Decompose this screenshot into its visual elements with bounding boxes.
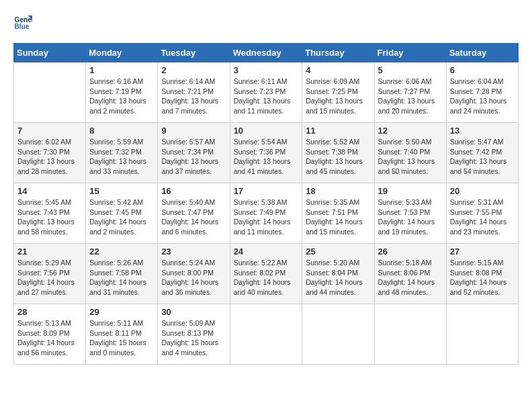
day-number: 4: [306, 65, 370, 75]
header-sunday: Sunday: [14, 44, 86, 62]
day-info: Sunrise: 5:09 AMSunset: 8:13 PMDaylight:…: [161, 318, 226, 358]
day-number: 30: [161, 307, 226, 317]
header-saturday: Saturday: [446, 44, 518, 62]
day-number: 8: [89, 126, 154, 136]
day-info: Sunrise: 5:18 AMSunset: 8:06 PMDaylight:…: [378, 258, 443, 298]
calendar-cell: 2Sunrise: 6:14 AMSunset: 7:21 PMDaylight…: [158, 62, 230, 123]
calendar-cell: 17Sunrise: 5:38 AMSunset: 7:49 PMDayligh…: [230, 183, 302, 244]
calendar-week-row: 1Sunrise: 6:16 AMSunset: 7:19 PMDaylight…: [14, 62, 519, 123]
day-info: Sunrise: 5:11 AMSunset: 8:11 PMDaylight:…: [89, 318, 154, 358]
calendar-cell: [302, 304, 374, 365]
calendar-week-row: 7Sunrise: 6:02 AMSunset: 7:30 PMDaylight…: [14, 123, 519, 183]
day-number: 17: [234, 186, 299, 196]
day-info: Sunrise: 5:24 AMSunset: 8:00 PMDaylight:…: [161, 258, 226, 298]
calendar-cell: [230, 304, 302, 365]
day-number: 20: [450, 186, 515, 196]
calendar-cell: 28Sunrise: 5:13 AMSunset: 8:09 PMDayligh…: [14, 304, 86, 365]
header-thursday: Thursday: [302, 44, 374, 62]
calendar-cell: 21Sunrise: 5:29 AMSunset: 7:56 PMDayligh…: [14, 244, 86, 304]
calendar-cell: [374, 304, 446, 365]
day-number: 25: [306, 246, 370, 257]
day-number: 27: [450, 246, 515, 257]
calendar-cell: 8Sunrise: 5:59 AMSunset: 7:32 PMDaylight…: [86, 123, 158, 183]
calendar-cell: 9Sunrise: 5:57 AMSunset: 7:34 PMDaylight…: [158, 123, 230, 183]
calendar-cell: 18Sunrise: 5:35 AMSunset: 7:51 PMDayligh…: [302, 183, 374, 244]
calendar-cell: 10Sunrise: 5:54 AMSunset: 7:36 PMDayligh…: [230, 123, 302, 183]
day-number: 24: [234, 246, 299, 257]
day-number: 3: [234, 65, 299, 75]
calendar-week-row: 14Sunrise: 5:45 AMSunset: 7:43 PMDayligh…: [14, 183, 519, 244]
day-info: Sunrise: 5:29 AMSunset: 7:56 PMDaylight:…: [17, 258, 82, 298]
day-info: Sunrise: 5:45 AMSunset: 7:43 PMDaylight:…: [17, 197, 82, 237]
calendar-cell: 25Sunrise: 5:20 AMSunset: 8:04 PMDayligh…: [302, 244, 374, 304]
header-monday: Monday: [86, 44, 158, 62]
calendar-cell: 6Sunrise: 6:04 AMSunset: 7:28 PMDaylight…: [446, 62, 518, 123]
day-number: 5: [378, 65, 443, 75]
calendar-cell: 12Sunrise: 5:50 AMSunset: 7:40 PMDayligh…: [374, 123, 446, 183]
day-number: 1: [89, 65, 154, 75]
day-info: Sunrise: 5:54 AMSunset: 7:36 PMDaylight:…: [234, 137, 299, 177]
calendar-cell: 5Sunrise: 6:06 AMSunset: 7:27 PMDaylight…: [374, 62, 446, 123]
logo-icon: General Blue: [13, 13, 32, 32]
calendar-cell: 3Sunrise: 6:11 AMSunset: 7:23 PMDaylight…: [230, 62, 302, 123]
day-number: 7: [17, 126, 82, 136]
logo: General Blue: [13, 13, 35, 32]
day-number: 11: [306, 126, 370, 136]
day-number: 29: [89, 307, 154, 317]
calendar-cell: 15Sunrise: 5:42 AMSunset: 7:45 PMDayligh…: [86, 183, 158, 244]
day-info: Sunrise: 5:47 AMSunset: 7:42 PMDaylight:…: [450, 137, 515, 177]
day-info: Sunrise: 5:26 AMSunset: 7:58 PMDaylight:…: [89, 258, 154, 298]
day-number: 10: [234, 126, 299, 136]
calendar-cell: 13Sunrise: 5:47 AMSunset: 7:42 PMDayligh…: [446, 123, 518, 183]
day-info: Sunrise: 5:35 AMSunset: 7:51 PMDaylight:…: [306, 197, 370, 237]
calendar-cell: 16Sunrise: 5:40 AMSunset: 7:47 PMDayligh…: [158, 183, 230, 244]
calendar-cell: 22Sunrise: 5:26 AMSunset: 7:58 PMDayligh…: [86, 244, 158, 304]
header-row: Sunday Monday Tuesday Wednesday Thursday…: [14, 44, 519, 62]
day-info: Sunrise: 6:14 AMSunset: 7:21 PMDaylight:…: [161, 77, 226, 116]
day-info: Sunrise: 5:22 AMSunset: 8:02 PMDaylight:…: [234, 258, 299, 298]
calendar-cell: 29Sunrise: 5:11 AMSunset: 8:11 PMDayligh…: [86, 304, 158, 365]
day-info: Sunrise: 6:02 AMSunset: 7:30 PMDaylight:…: [17, 137, 82, 177]
calendar-cell: 4Sunrise: 6:09 AMSunset: 7:25 PMDaylight…: [302, 62, 374, 123]
calendar-cell: 26Sunrise: 5:18 AMSunset: 8:06 PMDayligh…: [374, 244, 446, 304]
day-info: Sunrise: 5:31 AMSunset: 7:55 PMDaylight:…: [450, 197, 515, 237]
day-number: 15: [89, 186, 154, 196]
day-info: Sunrise: 6:04 AMSunset: 7:28 PMDaylight:…: [450, 77, 515, 116]
calendar-cell: [446, 304, 518, 365]
calendar-cell: 1Sunrise: 6:16 AMSunset: 7:19 PMDaylight…: [86, 62, 158, 123]
day-info: Sunrise: 5:52 AMSunset: 7:38 PMDaylight:…: [306, 137, 370, 177]
day-number: 19: [378, 186, 443, 196]
calendar-cell: 27Sunrise: 5:15 AMSunset: 8:08 PMDayligh…: [446, 244, 518, 304]
day-info: Sunrise: 5:57 AMSunset: 7:34 PMDaylight:…: [161, 137, 226, 177]
svg-text:Blue: Blue: [15, 23, 30, 30]
day-number: 28: [17, 307, 82, 317]
day-info: Sunrise: 5:33 AMSunset: 7:53 PMDaylight:…: [378, 197, 443, 237]
header-friday: Friday: [374, 44, 446, 62]
day-number: 9: [161, 126, 226, 136]
day-number: 12: [378, 126, 443, 136]
day-number: 14: [17, 186, 82, 196]
calendar-header: Sunday Monday Tuesday Wednesday Thursday…: [14, 44, 519, 62]
day-number: 2: [161, 65, 226, 75]
day-number: 13: [450, 126, 515, 136]
day-number: 23: [161, 246, 226, 257]
day-info: Sunrise: 5:42 AMSunset: 7:45 PMDaylight:…: [89, 197, 154, 237]
calendar-cell: [14, 62, 86, 123]
day-number: 21: [17, 246, 82, 257]
day-info: Sunrise: 5:59 AMSunset: 7:32 PMDaylight:…: [89, 137, 154, 177]
calendar-cell: 19Sunrise: 5:33 AMSunset: 7:53 PMDayligh…: [374, 183, 446, 244]
calendar-table: Sunday Monday Tuesday Wednesday Thursday…: [13, 43, 519, 365]
header-wednesday: Wednesday: [230, 44, 302, 62]
calendar-cell: 30Sunrise: 5:09 AMSunset: 8:13 PMDayligh…: [158, 304, 230, 365]
day-info: Sunrise: 5:20 AMSunset: 8:04 PMDaylight:…: [306, 258, 370, 298]
day-info: Sunrise: 5:40 AMSunset: 7:47 PMDaylight:…: [161, 197, 226, 237]
header-tuesday: Tuesday: [158, 44, 230, 62]
calendar-week-row: 21Sunrise: 5:29 AMSunset: 7:56 PMDayligh…: [14, 244, 519, 304]
day-info: Sunrise: 6:09 AMSunset: 7:25 PMDaylight:…: [306, 77, 370, 116]
day-info: Sunrise: 5:15 AMSunset: 8:08 PMDaylight:…: [450, 258, 515, 298]
day-info: Sunrise: 5:38 AMSunset: 7:49 PMDaylight:…: [234, 197, 299, 237]
day-info: Sunrise: 6:06 AMSunset: 7:27 PMDaylight:…: [378, 77, 443, 116]
calendar-cell: 24Sunrise: 5:22 AMSunset: 8:02 PMDayligh…: [230, 244, 302, 304]
day-number: 26: [378, 246, 443, 257]
calendar-week-row: 28Sunrise: 5:13 AMSunset: 8:09 PMDayligh…: [14, 304, 519, 365]
